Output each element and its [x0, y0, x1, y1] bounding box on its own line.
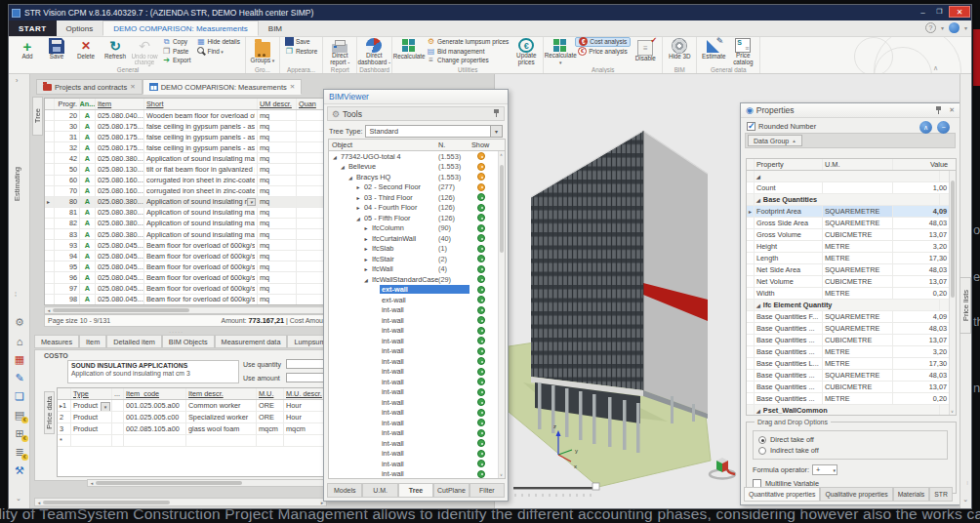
module-icon[interactable]: ⌂	[13, 335, 26, 347]
module-icon[interactable]: ⚒	[13, 464, 26, 477]
column-header[interactable]: M.U. descr.	[284, 388, 325, 399]
tree-row[interactable]: 05 - Fifth Floor (126)	[329, 213, 505, 223]
expander-icon[interactable]	[362, 223, 370, 232]
column-header[interactable]: Quan	[297, 99, 325, 109]
building-model[interactable]: z y x	[494, 74, 740, 508]
table-row[interactable]: 30 A 025.080.175.... false ceiling in gy…	[45, 121, 325, 132]
component-row[interactable]: 3 Product 002.085.105.a00 glass wool foa…	[58, 423, 325, 435]
expander-icon[interactable]	[354, 214, 362, 222]
visibility-icon[interactable]	[477, 245, 485, 253]
ribbon-button[interactable]: Save	[282, 37, 320, 47]
column-header[interactable]: Short	[144, 99, 258, 109]
tree-row[interactable]: 03 - Third Floor (126)	[329, 192, 505, 203]
property-row[interactable]: Net Side Area SQUAREMETRE 48,03	[747, 264, 956, 276]
visibility-icon[interactable]	[477, 337, 485, 344]
property-row[interactable]: Length METRE 17,30	[747, 253, 956, 264]
expander-icon[interactable]	[362, 244, 370, 253]
component-row[interactable]: 2 Product 001.025.005.c00 Specialized wo…	[58, 412, 325, 423]
visibility-icon[interactable]	[477, 429, 485, 437]
column-header[interactable]: Object	[329, 141, 352, 149]
properties-tab[interactable]: Materials	[893, 487, 930, 502]
expander-icon[interactable]	[362, 275, 370, 284]
column-header[interactable]: M.U.	[257, 388, 284, 399]
property-row[interactable]: Gross Volume CUBICMETRE 13,07	[747, 229, 956, 241]
tree-row[interactable]: int-wall	[329, 305, 505, 316]
module-icon[interactable]: ▦	[13, 353, 26, 366]
property-row[interactable]: Gross Side Area SQUAREMETRE 48,03	[747, 218, 956, 229]
rounded-number-checkbox[interactable]	[747, 122, 755, 131]
property-row[interactable]: Pset_WallCommon	[747, 405, 956, 416]
use-amount-field[interactable]	[286, 373, 326, 382]
table-row[interactable]: 83 A 025.080.380.... Application of soun…	[45, 229, 325, 240]
ribbon-tab[interactable]: Options	[57, 20, 103, 36]
table-row[interactable]: 50 A 025.080.130.... tilt or flat beam f…	[45, 164, 325, 175]
vertical-scrollbar[interactable]	[498, 151, 505, 478]
price-data-side-tab[interactable]: Price data	[44, 391, 55, 434]
tree-row[interactable]: int-wall	[329, 315, 505, 326]
property-row[interactable]	[747, 171, 956, 182]
visibility-icon[interactable]	[477, 296, 485, 303]
tree-row[interactable]: int-wall	[329, 459, 505, 469]
expander-icon[interactable]	[339, 162, 347, 171]
column-header[interactable]: Value	[893, 159, 956, 170]
visibility-icon[interactable]	[477, 265, 485, 273]
visibility-icon[interactable]	[477, 439, 485, 447]
module-icon[interactable]: ✎	[13, 372, 26, 384]
property-row[interactable]: Base Quantities	[747, 194, 956, 206]
module-icon[interactable]: ⚙	[13, 316, 26, 329]
vertical-scrollbar[interactable]	[949, 171, 956, 415]
tree-row[interactable]: int-wall	[329, 449, 505, 460]
property-row[interactable]: Base Quantities ... SQUAREMETRE 48,03	[747, 370, 956, 382]
component-row[interactable]: 1 Product 001.025.005.a00 Common worker …	[58, 400, 325, 412]
chevron-down-icon[interactable]	[247, 198, 256, 206]
ribbon-button[interactable]: Change properties	[424, 56, 511, 65]
tree-row[interactable]: int-wall	[329, 418, 505, 428]
properties-tab[interactable]: Qualitative properties	[820, 487, 892, 502]
tree-row[interactable]: int-wall	[329, 408, 505, 419]
ribbon-button[interactable]: Price catalog	[728, 37, 757, 65]
ribbon-button[interactable]: Refresh	[101, 37, 130, 65]
ribbon-button[interactable]: Restore	[282, 47, 320, 57]
column-header[interactable]: Show	[471, 141, 489, 149]
ribbon-tab[interactable]: BIM	[259, 20, 292, 36]
close-icon[interactable]	[290, 83, 295, 91]
tree-row[interactable]: int-wall	[329, 326, 505, 337]
expander-icon[interactable]	[354, 182, 362, 191]
ribbon-button[interactable]: Delete	[71, 37, 101, 65]
use-quantity-field[interactable]	[286, 359, 326, 369]
visibility-icon[interactable]	[477, 255, 485, 262]
table-row[interactable]: 32 A 025.080.175.... false ceiling in gy…	[45, 142, 325, 153]
visibility-icon[interactable]	[477, 368, 485, 376]
property-row[interactable]: Base Quantities ... SQUAREMETRE 48,03	[747, 323, 956, 335]
expander-icon[interactable]	[347, 173, 354, 181]
tree-row[interactable]: Bracys HQ (1.553)	[329, 172, 505, 182]
tree-row[interactable]: ext-wall	[329, 295, 505, 305]
tree-row[interactable]: Bellevue (1.553)	[329, 162, 505, 173]
properties-tab[interactable]: STR	[929, 487, 953, 502]
pin-icon[interactable]	[935, 106, 942, 115]
tree-row[interactable]: int-wall	[329, 428, 505, 439]
tree-row[interactable]: int-wall	[329, 336, 505, 346]
tree-type-select[interactable]: Standard	[365, 125, 503, 138]
visibility-icon[interactable]	[477, 152, 485, 160]
component-row[interactable]: *	[58, 435, 325, 447]
direct-take-off-radio[interactable]	[758, 436, 766, 444]
expander-icon[interactable]	[362, 234, 370, 243]
ribbon-tab[interactable]: DEMO COMPARISON: Measurements	[102, 20, 259, 36]
table-row[interactable]: 97 A 025.080.045.... Beam floor for over…	[45, 284, 325, 295]
visibility-icon[interactable]	[477, 275, 485, 283]
bimviewer-tab[interactable]: CutPlane	[433, 483, 469, 498]
visibility-icon[interactable]	[477, 398, 485, 406]
ribbon-button[interactable]: Paste	[159, 47, 193, 57]
expander-icon[interactable]	[362, 255, 370, 263]
tree-row[interactable]: IfcStair (2)	[329, 254, 505, 264]
column-header[interactable]: Type	[71, 388, 112, 399]
ribbon-button[interactable]: Direct report -	[325, 37, 354, 65]
visibility-icon[interactable]	[477, 388, 485, 396]
table-row[interactable]: 60 A 025.080.160.... corrugated iron she…	[45, 176, 325, 186]
property-row[interactable]: Base Quantities ... CUBICMETRE 13,07	[747, 335, 956, 346]
minimize-button[interactable]	[916, 6, 930, 18]
tree-row[interactable]: 02 - Second Floor (277)	[329, 182, 505, 193]
ribbon-button[interactable]: Find	[193, 47, 242, 57]
visibility-icon[interactable]	[477, 286, 485, 294]
